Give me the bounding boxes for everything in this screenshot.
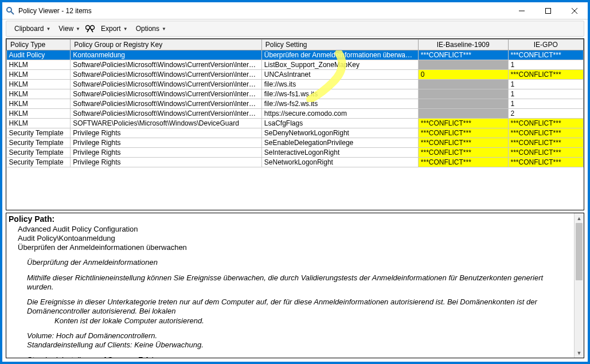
cell-setting: LsaCfgFlags <box>261 119 418 128</box>
col-header-type[interactable]: Policy Type <box>7 40 71 50</box>
detail-line: Advanced Audit Policy Configuration <box>18 225 572 234</box>
find-button[interactable] <box>85 23 96 34</box>
options-menu[interactable]: Options▼ <box>132 24 170 34</box>
detail-header: Policy Path: <box>9 214 572 225</box>
cell-gpo: ***CONFLICT*** <box>508 119 583 128</box>
col-header-baseline[interactable]: IE-Baseline-1909 <box>418 40 508 50</box>
clipboard-label: Clipboard <box>14 25 44 33</box>
cell-setting: UNCAsIntranet <box>261 70 418 80</box>
detail-para: Mithilfe dieser Richtlinieneinstellung k… <box>27 273 572 292</box>
detail-line: Überprüfen der Anmeldeinformationen über… <box>18 243 572 252</box>
minimize-button[interactable] <box>509 2 535 19</box>
cell-gpo: 1 <box>508 60 583 70</box>
cell-group: SOFTWARE\Policies\Microsoft\Windows\Devi… <box>71 119 262 128</box>
cell-type: HKLM <box>7 80 71 89</box>
scroll-up-icon[interactable]: ▲ <box>575 213 584 223</box>
maximize-button[interactable] <box>535 2 561 19</box>
cell-gpo: ***CONFLICT*** <box>508 50 583 60</box>
cell-setting: file://ws.its <box>261 80 418 89</box>
options-label: Options <box>136 25 159 33</box>
table-row[interactable]: HKLMSoftware\Policies\Microsoft\Windows\… <box>7 109 584 119</box>
cell-group: Privilege Rights <box>71 158 262 167</box>
policy-grid[interactable]: Policy Type Policy Group or Registry Key… <box>6 38 584 210</box>
cell-setting: ListBox_Support_ZoneMapKey <box>261 60 418 70</box>
cell-setting: Überprüfen der Anmeldeinformationen über… <box>261 50 418 60</box>
scroll-track[interactable] <box>575 223 584 348</box>
cell-type: Security Template <box>7 128 71 138</box>
detail-line: Audit Policy\Kontoanmeldung <box>18 234 572 243</box>
cell-gpo: ***CONFLICT*** <box>508 158 583 167</box>
cell-group: Privilege Rights <box>71 128 262 138</box>
svg-line-1 <box>11 11 14 14</box>
clipboard-menu[interactable]: Clipboard▼ <box>11 24 54 34</box>
cell-baseline <box>418 99 508 109</box>
svg-rect-3 <box>546 8 551 13</box>
cell-baseline <box>418 89 508 99</box>
view-menu[interactable]: View▼ <box>55 24 84 34</box>
cell-type: HKLM <box>7 99 71 109</box>
chevron-down-icon: ▼ <box>76 26 80 32</box>
table-row[interactable]: Security TemplatePrivilege RightsSeNetwo… <box>7 158 584 167</box>
cell-setting: https://secure.comodo.com <box>261 109 418 119</box>
content-area: Policy Type Policy Group or Registry Key… <box>2 37 588 362</box>
cell-type: HKLM <box>7 119 71 128</box>
svg-point-6 <box>86 26 90 30</box>
cell-baseline: 0 <box>418 70 508 80</box>
cell-gpo: ***CONFLICT*** <box>508 148 583 158</box>
table-row[interactable]: Audit PolicyKontoanmeldungÜberprüfen der… <box>7 50 584 60</box>
detail-panel: Policy Path: Advanced Audit Policy Confi… <box>6 213 584 358</box>
detail-scrollbar[interactable]: ▲ ▼ <box>574 213 584 358</box>
cell-baseline: ***CONFLICT*** <box>418 119 508 128</box>
cell-type: Audit Policy <box>7 50 71 60</box>
cell-type: HKLM <box>7 109 71 119</box>
table-row[interactable]: Security TemplatePrivilege RightsSeDenyN… <box>7 128 584 138</box>
cell-group: Software\Policies\Microsoft\Windows\Curr… <box>71 89 262 99</box>
cell-type: Security Template <box>7 148 71 158</box>
cell-setting: file://ws-fs1.ws.its <box>261 89 418 99</box>
window-controls <box>509 2 588 19</box>
cell-group: Privilege Rights <box>71 138 262 148</box>
cell-gpo: 1 <box>508 99 583 109</box>
detail-para: Standardeinstellung auf Clients: Keine Ü… <box>27 340 572 350</box>
cell-type: HKLM <box>7 60 71 70</box>
table-row[interactable]: Security TemplatePrivilege RightsSeInter… <box>7 148 584 158</box>
scroll-down-icon[interactable]: ▼ <box>575 348 584 358</box>
col-header-gpo[interactable]: IE-GPO <box>508 40 583 50</box>
cell-gpo: 2 <box>508 109 583 119</box>
col-header-setting[interactable]: Policy Setting <box>261 40 418 50</box>
table-row[interactable]: HKLMSoftware\Policies\Microsoft\Windows\… <box>7 70 584 80</box>
table-row[interactable]: Security TemplatePrivilege RightsSeEnabl… <box>7 138 584 148</box>
table-row[interactable]: HKLMSoftware\Policies\Microsoft\Windows\… <box>7 80 584 89</box>
window-title: Policy Viewer - 12 items <box>18 7 509 15</box>
cell-type: Security Template <box>7 138 71 148</box>
chevron-down-icon: ▼ <box>162 26 166 32</box>
cell-group: Kontoanmeldung <box>71 50 262 60</box>
table-row[interactable]: HKLMSoftware\Policies\Microsoft\Windows\… <box>7 99 584 109</box>
export-menu[interactable]: Export▼ <box>97 24 131 34</box>
svg-point-0 <box>7 7 11 12</box>
app-window: Policy Viewer - 12 items Clipboard▼ View… <box>2 2 588 362</box>
cell-baseline <box>418 80 508 89</box>
grid-header-row: Policy Type Policy Group or Registry Key… <box>7 40 584 50</box>
cell-setting: SeInteractiveLogonRight <box>261 148 418 158</box>
cell-type: Security Template <box>7 158 71 167</box>
cell-group: Software\Policies\Microsoft\Windows\Curr… <box>71 80 262 89</box>
cell-gpo: ***CONFLICT*** <box>508 70 583 80</box>
detail-para: Volume: Hoch auf Domänencontrollern. <box>27 331 572 340</box>
detail-para: Überprüfung der Anmeldeinformationen <box>27 258 572 267</box>
table-row[interactable]: HKLMSOFTWARE\Policies\Microsoft\Windows\… <box>7 119 584 128</box>
cell-gpo: 1 <box>508 80 583 89</box>
chevron-down-icon: ▼ <box>123 26 128 32</box>
cell-group: Software\Policies\Microsoft\Windows\Curr… <box>71 60 262 70</box>
cell-setting: SeEnableDelegationPrivilege <box>261 138 418 148</box>
table-row[interactable]: HKLMSoftware\Policies\Microsoft\Windows\… <box>7 60 584 70</box>
detail-para: Konten ist der lokale Computer autorisie… <box>54 316 572 326</box>
col-header-group[interactable]: Policy Group or Registry Key <box>71 40 262 50</box>
cell-group: Software\Policies\Microsoft\Windows\Curr… <box>71 109 262 119</box>
cell-group: Software\Policies\Microsoft\Windows\Curr… <box>71 99 262 109</box>
scroll-thumb[interactable] <box>576 223 583 280</box>
table-row[interactable]: HKLMSoftware\Policies\Microsoft\Windows\… <box>7 89 584 99</box>
close-button[interactable] <box>561 2 588 19</box>
cell-baseline: ***CONFLICT*** <box>418 138 508 148</box>
cell-baseline <box>418 109 508 119</box>
